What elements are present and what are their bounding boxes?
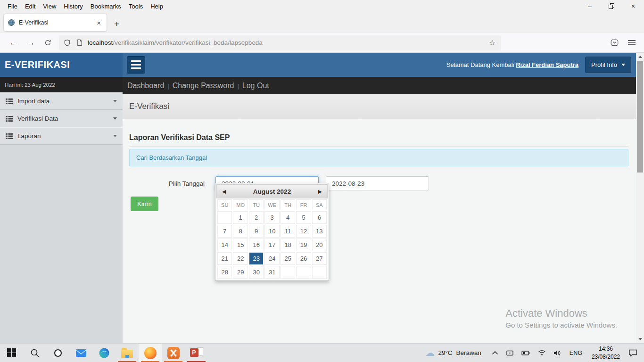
sidebar-item-label: Verifikasi Data [17, 115, 113, 122]
menu-edit[interactable]: Edit [21, 1, 39, 11]
scrollbar-thumb[interactable] [637, 61, 643, 173]
close-window-button[interactable]: × [622, 0, 644, 12]
date-to-input[interactable] [326, 176, 429, 190]
menu-file[interactable]: File [4, 1, 21, 11]
scroll-up-button[interactable] [636, 53, 644, 61]
day-cell[interactable]: 16 [249, 239, 264, 251]
datepicker-month-title[interactable]: August 2022 [231, 188, 313, 195]
menu-view[interactable]: View [39, 1, 60, 11]
menu-tools[interactable]: Tools [125, 1, 147, 11]
nav-link-log-out[interactable]: Log Out [234, 82, 269, 90]
day-cell[interactable]: 19 [296, 239, 311, 251]
sidebar-date: Hari ini: 23 Aug 2022 [0, 77, 123, 92]
day-cell[interactable]: 6 [312, 211, 327, 224]
day-cell[interactable]: 9 [249, 225, 264, 238]
day-cell[interactable] [217, 211, 232, 224]
pocket-icon[interactable] [611, 39, 619, 47]
day-cell[interactable]: 1 [233, 211, 248, 224]
back-button[interactable]: ← [5, 38, 22, 48]
edge-browser-button[interactable] [92, 344, 116, 362]
day-cell[interactable] [296, 266, 311, 279]
app-menu-icon[interactable] [628, 39, 636, 47]
nav-link-dashboard[interactable]: Dashboard [127, 82, 164, 90]
forward-button[interactable]: → [22, 38, 40, 48]
day-cell[interactable]: 31 [264, 266, 280, 279]
day-cell-selected[interactable]: 23 [249, 252, 264, 265]
day-cell[interactable]: 4 [281, 211, 295, 224]
volume-icon[interactable] [553, 350, 561, 356]
day-cell[interactable]: 18 [281, 239, 295, 251]
kirim-submit-button[interactable]: Kirim [131, 197, 158, 211]
menu-help[interactable]: Help [147, 1, 167, 11]
day-cell[interactable]: 17 [264, 239, 280, 251]
day-cell[interactable]: 27 [312, 252, 327, 265]
profil-info-button[interactable]: Profil Info [585, 57, 631, 73]
sidebar-toggle-button[interactable] [127, 56, 145, 74]
day-cell[interactable]: 25 [281, 252, 295, 265]
day-cell[interactable]: 15 [233, 239, 248, 251]
taskbar-search-button[interactable] [23, 344, 46, 362]
next-month-icon[interactable]: ▶ [313, 189, 327, 195]
scroll-down-button[interactable] [636, 335, 644, 343]
day-cell[interactable]: 24 [264, 252, 280, 265]
powerpoint-button[interactable]: P [185, 344, 208, 362]
day-cell[interactable]: 3 [264, 211, 280, 224]
xampp-button[interactable] [162, 344, 185, 362]
file-explorer-button[interactable] [116, 344, 139, 362]
tab-e-verifikasi[interactable]: E-Verifikasi × [4, 14, 107, 31]
tray-overflow-chevron-icon[interactable] [492, 351, 498, 355]
day-cell[interactable]: 7 [217, 225, 232, 238]
minimize-button[interactable]: – [579, 0, 601, 12]
language-indicator[interactable]: ENG [570, 350, 582, 356]
day-cell[interactable]: 22 [233, 252, 248, 265]
cortana-button[interactable] [46, 344, 69, 362]
day-cell[interactable]: 20 [312, 239, 327, 251]
day-cell[interactable]: 12 [296, 225, 311, 238]
menu-bookmarks[interactable]: Bookmarks [87, 1, 125, 11]
day-cell[interactable]: 5 [296, 211, 311, 224]
restore-button[interactable] [601, 0, 622, 12]
reload-button[interactable] [40, 39, 56, 46]
sidebar-item-import-data[interactable]: Import data [0, 92, 123, 110]
day-cell[interactable]: 29 [233, 266, 248, 279]
vertical-scrollbar[interactable] [636, 53, 644, 343]
day-cell[interactable] [312, 266, 327, 279]
new-tab-button[interactable]: + [114, 19, 119, 28]
battery-icon[interactable] [521, 350, 530, 356]
sidebar-item-verifikasi-data[interactable]: Verifikasi Data [0, 110, 123, 127]
reload-icon [44, 39, 51, 46]
day-cell[interactable]: 26 [296, 252, 311, 265]
start-button[interactable] [0, 344, 23, 362]
day-cell[interactable]: 2 [249, 211, 264, 224]
bookmark-star-icon[interactable]: ☆ [488, 38, 496, 47]
url-host: localhost [88, 39, 113, 46]
menu-history[interactable]: History [60, 1, 86, 11]
firefox-icon [144, 347, 157, 359]
url-bar[interactable]: localhost/verifikasiklaim/verifikator/ve… [59, 35, 501, 50]
day-cell[interactable]: 21 [217, 252, 232, 265]
app-brand: E-VERIFIKASI [0, 53, 123, 77]
nav-link-change-password[interactable]: Change Password [164, 82, 234, 90]
tablet-mode-icon[interactable] [506, 350, 514, 356]
day-cell[interactable] [281, 266, 295, 279]
clock-time: 14:36 [599, 346, 613, 352]
day-cell[interactable]: 10 [264, 225, 280, 238]
day-cell[interactable]: 30 [249, 266, 264, 279]
edge-icon [99, 347, 110, 359]
user-name-link[interactable]: Rizal Ferdian Saputra [516, 61, 578, 68]
day-cell[interactable]: 13 [312, 225, 327, 238]
taskbar-clock[interactable]: 14:36 23/08/2022 [592, 345, 620, 361]
prev-month-icon[interactable]: ◀ [217, 189, 231, 195]
day-cell[interactable]: 11 [281, 225, 295, 238]
day-cell[interactable]: 8 [233, 225, 248, 238]
day-cell[interactable]: 28 [217, 266, 232, 279]
welcome-text: Selamat Datang Kembali Rizal Ferdian Sap… [446, 61, 578, 68]
tab-close-icon[interactable]: × [95, 19, 103, 27]
sidebar-item-laporan[interactable]: Laporan [0, 127, 123, 145]
firefox-button[interactable] [139, 344, 162, 362]
taskbar-weather[interactable]: ☁ 29°C Berawan [425, 347, 481, 358]
action-center-button[interactable] [628, 349, 637, 357]
day-cell[interactable]: 14 [217, 239, 232, 251]
wifi-icon[interactable] [538, 350, 546, 356]
mail-app-button[interactable] [69, 344, 92, 362]
